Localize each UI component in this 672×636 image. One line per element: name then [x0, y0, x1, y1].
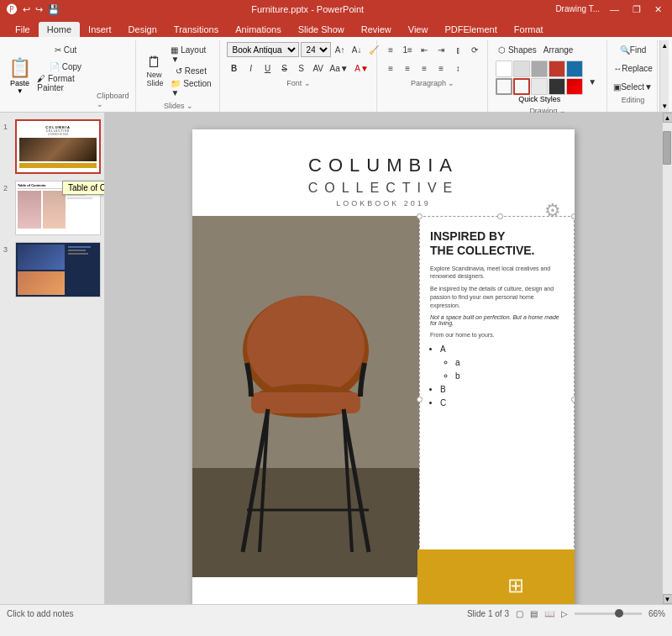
restore-button[interactable]: ❐	[629, 4, 644, 15]
scroll-thumb[interactable]	[663, 131, 671, 165]
shapes-button[interactable]: ⬡ Shapes	[496, 42, 539, 57]
char-spacing-button[interactable]: AV	[311, 60, 326, 76]
ribbon-scroll-down[interactable]: ▼	[661, 102, 668, 110]
format-painter-button[interactable]: 🖌 Format Painter	[34, 76, 97, 91]
font-name-select[interactable]: Book Antiqua	[227, 42, 299, 57]
slide-panel: 1 COLUMBIA COLLECTIVE LOOKBOOK 2019 2 Ta…	[0, 113, 105, 604]
decrease-indent-button[interactable]: ⇤	[417, 42, 432, 57]
italic-button[interactable]: I	[244, 60, 259, 76]
align-justify-button[interactable]: ≡	[433, 60, 449, 76]
paste-button[interactable]: 📋 Paste ▼	[7, 42, 33, 110]
increase-font-button[interactable]: A↑	[333, 42, 348, 57]
zoom-level[interactable]: 66%	[648, 609, 665, 618]
quick-styles-dropdown[interactable]: ▼	[585, 75, 600, 90]
qs-item-7[interactable]	[513, 78, 530, 95]
tab-home[interactable]: Home	[39, 22, 80, 37]
bold-button[interactable]: B	[227, 60, 242, 76]
tab-file[interactable]: File	[7, 22, 39, 37]
zoom-slider[interactable]	[575, 612, 642, 615]
view-reading-button[interactable]: 📖	[544, 609, 554, 618]
minimize-button[interactable]: —	[606, 4, 622, 15]
watermark-icon: ⚙	[544, 200, 561, 222]
align-left-button[interactable]: ≡	[383, 60, 398, 76]
font-color-button[interactable]: A▼	[352, 60, 370, 76]
notes-label[interactable]: Click to add notes	[7, 609, 74, 618]
section-button[interactable]: 📁 Section ▼	[168, 81, 213, 96]
reset-button[interactable]: ↺ Reset	[168, 64, 213, 79]
text-direction-button[interactable]: ⟳	[467, 42, 482, 57]
list-item-A: A a b	[440, 343, 564, 383]
line-spacing-button[interactable]: ↕	[450, 60, 465, 76]
qs-item-10[interactable]	[566, 78, 583, 95]
slide-thumb-3[interactable]: 3	[3, 242, 101, 297]
new-slide-button[interactable]: 🗒 NewSlide	[143, 53, 166, 89]
tab-review[interactable]: Review	[353, 22, 400, 37]
scroll-track[interactable]	[663, 123, 673, 594]
cut-button[interactable]: ✂ Cut	[34, 42, 97, 57]
view-slideshow-button[interactable]: ▷	[561, 609, 568, 618]
copy-button[interactable]: 📄 Copy	[34, 59, 97, 74]
qs-item-8[interactable]	[531, 78, 548, 95]
select-button[interactable]: ▣ Select ▼	[611, 79, 655, 94]
underline-button[interactable]: U	[260, 60, 276, 76]
change-case-button[interactable]: Aa▼	[328, 60, 351, 76]
slide-img-1[interactable]: COLUMBIA COLLECTIVE LOOKBOOK 2019	[15, 119, 101, 174]
qs-item-1[interactable]	[496, 60, 512, 77]
qs-item-2[interactable]	[513, 60, 530, 77]
qs-item-5[interactable]	[566, 60, 583, 77]
svg-point-3	[247, 296, 365, 397]
strikethrough-button[interactable]: S	[277, 60, 292, 76]
tab-design[interactable]: Design	[120, 22, 165, 37]
find-button[interactable]: 🔍 Find	[611, 42, 655, 57]
text-header[interactable]: INSPIRED BY THE COLLECTIVE.	[430, 229, 564, 258]
thumb3-left	[18, 244, 65, 295]
scroll-down-button[interactable]: ▼	[663, 594, 673, 604]
new-slide-label: NewSlide	[146, 71, 163, 87]
slide-text-panel[interactable]: ⚙ INSPIRED BY THE COLLECTIVE. Explore Sc…	[419, 216, 575, 577]
align-center-button[interactable]: ≡	[400, 60, 415, 76]
new-slide-icon: 🗒	[147, 55, 162, 70]
qs-item-3[interactable]	[531, 60, 548, 77]
arrange-button[interactable]: Arrange	[541, 42, 576, 57]
tab-transitions[interactable]: Transitions	[165, 22, 227, 37]
qs-item-9[interactable]	[549, 78, 565, 95]
align-right-button[interactable]: ≡	[417, 60, 432, 76]
tab-insert[interactable]: Insert	[80, 22, 120, 37]
font-size-select[interactable]: 24	[301, 42, 331, 57]
paste-dropdown[interactable]: ▼	[17, 87, 24, 95]
shadow-button[interactable]: S	[294, 60, 309, 76]
tab-pdfelement[interactable]: PDFElement	[436, 22, 505, 37]
slide-num-1: 1	[3, 123, 12, 131]
tab-slideshow[interactable]: Slide Show	[290, 22, 353, 37]
thumb2-line3	[67, 197, 92, 199]
scroll-up-button[interactable]: ▲	[663, 113, 673, 123]
increase-indent-button[interactable]: ⇥	[433, 42, 449, 57]
close-button[interactable]: ✕	[651, 4, 665, 15]
view-normal-button[interactable]: ▢	[516, 609, 523, 618]
layout-button[interactable]: ▦ Layout ▼	[168, 47, 213, 62]
ribbon-scroll-up[interactable]: ▲	[661, 42, 668, 50]
quick-access-save[interactable]: 💾	[48, 4, 60, 15]
quick-access-redo[interactable]: ↪	[35, 4, 43, 15]
replace-button[interactable]: ↔ Replace	[611, 60, 655, 76]
view-slide-button[interactable]: ▤	[530, 609, 538, 618]
qs-item-6[interactable]	[496, 78, 512, 95]
zoom-thumb[interactable]	[615, 609, 623, 618]
slide-canvas: COLUMBIA COLLECTIVE LOOKBOOK 2019	[192, 129, 575, 604]
tab-format[interactable]: Format	[506, 22, 552, 37]
slide-thumb-1[interactable]: 1 COLUMBIA COLLECTIVE LOOKBOOK 2019	[3, 119, 101, 174]
qs-item-4[interactable]	[549, 60, 565, 77]
bullets-button[interactable]: ≡	[383, 42, 398, 57]
tab-animations[interactable]: Animations	[227, 22, 289, 37]
numbering-button[interactable]: 1≡	[400, 42, 415, 57]
canvas-area[interactable]: COLUMBIA COLLECTIVE LOOKBOOK 2019	[105, 113, 662, 604]
tab-view[interactable]: View	[400, 22, 437, 37]
quick-access-undo[interactable]: ↩	[23, 4, 30, 15]
slides-group-content: 🗒 NewSlide ▦ Layout ▼ ↺ Reset 📁 Section …	[143, 42, 213, 100]
slide-img-3[interactable]	[15, 242, 101, 297]
columns-button[interactable]: ⫿	[450, 42, 465, 57]
decrease-font-button[interactable]: A↓	[349, 42, 365, 57]
slide-thumb-2[interactable]: 2 Table of Contents Table of Contents	[3, 181, 101, 235]
title-bar: 🅟 ↩ ↪ 💾 Furniture.pptx - PowerPoint Draw…	[0, 0, 672, 18]
editing-label: Editing	[622, 96, 645, 104]
